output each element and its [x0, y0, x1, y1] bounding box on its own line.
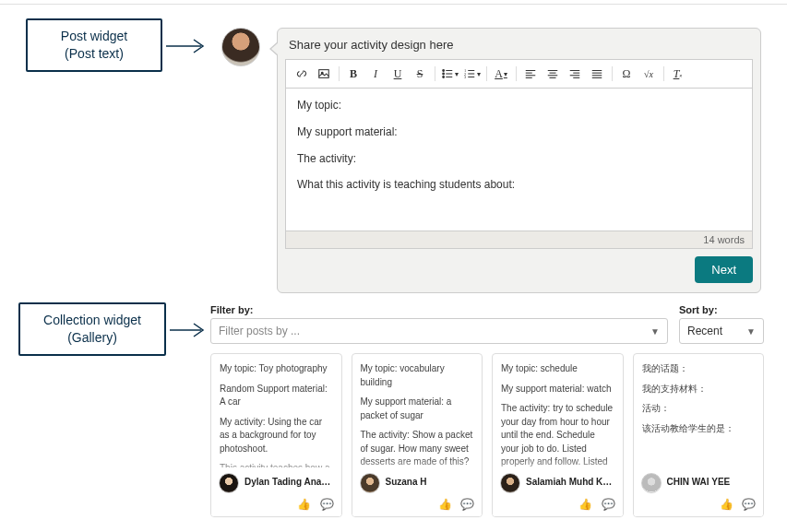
bullet-list-icon[interactable]: ▾	[439, 64, 459, 84]
card-text: Random Support material: A car	[220, 383, 333, 409]
editor-line: My topic:	[297, 98, 741, 113]
gallery-card[interactable]: My topic: vocabulary building My support…	[352, 353, 483, 517]
comment-icon[interactable]: 💬	[460, 498, 474, 511]
author-avatar[interactable]	[219, 473, 239, 493]
comment-icon[interactable]: 💬	[602, 498, 615, 511]
toolbar-separator	[336, 64, 341, 84]
editor-prompt: Share your activity design here	[278, 29, 760, 59]
editor-textarea[interactable]: My topic: My support material: The activ…	[285, 89, 753, 231]
card-text: My support material: watch	[501, 383, 614, 396]
gallery-card[interactable]: 我的话题： 我的支持材料： 活动： 该活动教给学生的是： CHIN WAI YE…	[633, 353, 765, 517]
comment-icon[interactable]: 💬	[742, 498, 756, 511]
toolbar-separator	[432, 64, 437, 84]
italic-icon[interactable]: I	[365, 64, 386, 84]
like-icon[interactable]: 👍	[297, 498, 311, 511]
text-color-icon[interactable]: A▾	[491, 64, 511, 84]
svg-point-6	[442, 77, 444, 78]
chevron-down-icon: ▼	[746, 326, 756, 337]
clear-format-icon[interactable]: Tₓ	[668, 64, 688, 84]
like-icon[interactable]: 👍	[720, 498, 733, 511]
link-icon[interactable]	[292, 64, 312, 84]
card-text: 活动：	[642, 402, 756, 416]
gallery: My topic: Toy photography Random Support…	[210, 353, 764, 517]
editor-line: My support material:	[297, 124, 741, 140]
card-text: My activity: Using the car as a backgrou…	[220, 416, 333, 456]
author-name: Dylan Tading Anak S...	[244, 476, 334, 490]
editor-toolbar: B I U S ▾ 123▾ A▾ Ω √x Tₓ	[285, 59, 753, 89]
card-text: 该活动教给学生的是：	[642, 422, 756, 436]
align-justify-icon[interactable]	[587, 64, 607, 84]
card-text: My topic: vocabulary building	[361, 362, 474, 389]
svg-text:3: 3	[463, 75, 466, 79]
arrow-icon	[164, 37, 209, 55]
toolbar-separator	[661, 64, 666, 84]
strikethrough-icon[interactable]: S	[410, 64, 430, 84]
filter-placeholder: Filter posts by ...	[219, 325, 300, 337]
arrow-icon	[168, 321, 209, 339]
author-avatar[interactable]	[641, 473, 662, 493]
gallery-card[interactable]: My topic: schedule My support material: …	[492, 353, 624, 517]
align-center-icon[interactable]	[543, 64, 563, 84]
svg-rect-2	[319, 70, 329, 78]
editor-container: Share your activity design here B I U S …	[277, 28, 761, 293]
sort-label: Sort by:	[679, 304, 764, 315]
card-text: My topic: schedule	[501, 362, 614, 376]
toolbar-separator	[609, 64, 614, 84]
comment-icon[interactable]: 💬	[320, 498, 334, 511]
sort-select[interactable]: Recent ▼	[679, 318, 764, 344]
like-icon[interactable]: 👍	[578, 498, 592, 511]
underline-icon[interactable]: U	[388, 64, 408, 84]
image-icon[interactable]	[314, 64, 334, 84]
gallery-card[interactable]: My topic: Toy photography Random Support…	[210, 353, 342, 517]
bold-icon[interactable]: B	[343, 64, 364, 84]
filter-select[interactable]: Filter posts by ... ▼	[210, 318, 668, 344]
user-avatar[interactable]	[221, 28, 260, 66]
annotation-collection-widget: Collection widget (Gallery)	[18, 302, 166, 356]
svg-point-5	[442, 73, 444, 75]
post-widget: Share your activity design here B I U S …	[221, 28, 761, 293]
align-right-icon[interactable]	[565, 64, 585, 84]
card-text: 我的支持材料：	[642, 383, 756, 396]
align-left-icon[interactable]	[520, 64, 541, 84]
numbered-list-icon[interactable]: 123▾	[461, 64, 482, 84]
author-avatar[interactable]	[500, 473, 520, 493]
card-text: My support material: a packet of sugar	[361, 396, 474, 422]
author-name: Salamiah Muhd Kulal...	[526, 476, 615, 490]
equation-icon[interactable]: √x	[638, 64, 659, 84]
card-text: 我的话题：	[642, 362, 756, 376]
filter-label: Filter by:	[210, 304, 668, 315]
author-name: Suzana H	[386, 476, 427, 490]
author-name: CHIN WAI YEE	[667, 476, 731, 490]
word-count: 14 words	[285, 231, 753, 249]
collection-widget: Filter by: Filter posts by ... ▼ Sort by…	[210, 304, 764, 517]
svg-point-4	[442, 70, 444, 72]
divider	[0, 4, 787, 5]
toolbar-separator	[483, 64, 489, 84]
author-avatar[interactable]	[360, 473, 380, 493]
editor-line: The activity:	[297, 151, 741, 167]
toolbar-separator	[513, 64, 519, 84]
like-icon[interactable]: 👍	[438, 498, 452, 511]
editor-line: What this activity is teaching students …	[297, 177, 741, 193]
omega-icon[interactable]: Ω	[616, 64, 637, 84]
annotation-post-widget: Post widget (Post text)	[26, 18, 162, 72]
sort-value: Recent	[687, 325, 722, 337]
chevron-down-icon: ▼	[650, 326, 660, 337]
card-text: My topic: Toy photography	[220, 362, 333, 376]
next-button[interactable]: Next	[695, 256, 753, 283]
